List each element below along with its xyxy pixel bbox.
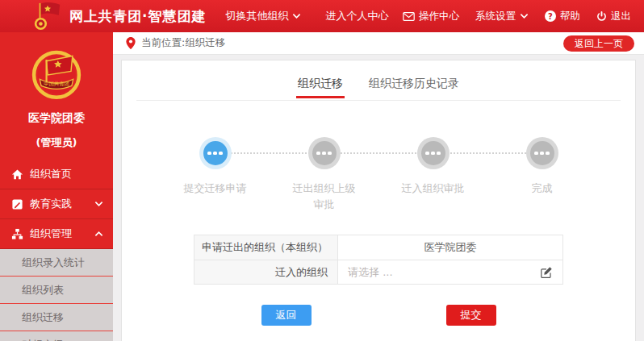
breadcrumb-bar: 当前位置:组织迁移 返回上一页 [113, 32, 644, 55]
target-org-placeholder: 请选择 ... [348, 265, 393, 280]
switch-org-menu[interactable]: 切换其他组织 [225, 9, 301, 23]
system-settings-menu[interactable]: 系统设置 [475, 10, 529, 23]
target-org-select[interactable]: 请选择 ... [338, 260, 562, 284]
location-pin-icon [126, 37, 136, 49]
sidebar-subitem-org-transfer[interactable]: 组织迁移 [0, 304, 113, 331]
source-org-label: 申请迁出的组织（本组织） [194, 235, 338, 260]
sidebar-item-org-manage[interactable]: 组织管理 [0, 219, 113, 249]
target-org-label: 迁入的组织 [194, 260, 338, 284]
logout-link[interactable]: 退出 [596, 10, 631, 23]
transfer-stepper: 提交迁移申请 迁出组织上级审批 迁入组织审批 [161, 141, 596, 212]
step-incoming-approval: 迁入组织审批 [378, 141, 487, 212]
submit-button[interactable]: 提交 [446, 305, 496, 326]
sidebar-subitem-org-entry-stats[interactable]: 组织录入统计 [0, 249, 113, 277]
sidebar-menu: 组织首页 教育实践 组织管理 组织录入统计 组织列 [0, 160, 113, 341]
help-link[interactable]: ? 帮助 [545, 10, 580, 23]
form-actions: 返回 提交 [194, 305, 563, 326]
back-to-previous-page-button[interactable]: 返回上一页 [563, 35, 634, 52]
transfer-form: 申请迁出的组织（本组织） 医学院团委 迁入的组织 请选择 ... [194, 235, 563, 285]
personal-center-link[interactable]: 进入个人中心 [325, 9, 388, 23]
step-circle-2 [312, 141, 337, 165]
help-icon: ? [545, 10, 556, 22]
step-outgoing-superior-approval: 迁出组织上级审批 [270, 141, 378, 212]
chevron-up-icon [94, 231, 103, 237]
tab-org-transfer[interactable]: 组织迁移 [296, 77, 345, 98]
step-circle-4 [530, 141, 554, 165]
league-emblem-icon: 中国共青团 [27, 45, 86, 103]
power-icon [596, 11, 607, 22]
org-role: (管理员) [0, 135, 113, 150]
top-header: 网上共青团·智慧团建 切换其他组织 进入个人中心 操作中心 系统设置 ? 帮助 [0, 0, 644, 32]
chevron-down-icon [292, 13, 301, 19]
form-row-target-org: 迁入的组织 请选择 ... [194, 260, 562, 284]
org-name: 医学院团委 [0, 111, 113, 126]
sidebar: 中国共青团 医学院团委 (管理员) 组织首页 教育实践 组 [0, 32, 113, 341]
sidebar-subitem-org-list[interactable]: 组织列表 [0, 277, 113, 304]
org-transfer-card: 组织迁移 组织迁移历史记录 提交迁移申请 迁出组织上级审批 [121, 60, 636, 341]
content-area: 组织迁移 组织迁移历史记录 提交迁移申请 迁出组织上级审批 [113, 55, 644, 341]
main-area: 当前位置:组织迁移 返回上一页 组织迁移 组织迁移历史记录 提交迁移申请 [113, 32, 644, 341]
sidebar-subitem-benchmark-rating[interactable]: 对标定级 [0, 331, 113, 341]
education-icon [11, 198, 23, 210]
league-logo-icon [32, 1, 63, 31]
return-button[interactable]: 返回 [261, 305, 312, 326]
form-row-source-org: 申请迁出的组织（本组织） 医学院团委 [194, 235, 562, 260]
tab-org-transfer-history[interactable]: 组织迁移历史记录 [367, 77, 461, 96]
org-manage-icon [11, 228, 23, 240]
step-circle-1 [203, 141, 228, 165]
sidebar-item-education-practice[interactable]: 教育实践 [0, 189, 113, 219]
current-location-text: 当前位置:组织迁移 [141, 36, 225, 50]
chevron-down-icon [94, 201, 103, 207]
edit-square-icon[interactable] [540, 266, 553, 279]
step-circle-3 [421, 141, 445, 165]
sidebar-item-org-home[interactable]: 组织首页 [0, 160, 113, 189]
app-title: 网上共青团·智慧团建 [69, 7, 206, 26]
org-manage-submenu: 组织录入统计 组织列表 组织迁移 对标定级 [0, 249, 113, 341]
tabs-bar: 组织迁移 组织迁移历史记录 [136, 60, 621, 101]
home-icon [11, 168, 23, 181]
mail-icon [403, 12, 415, 21]
source-org-value: 医学院团委 [338, 235, 562, 260]
breadcrumb: 当前位置:组织迁移 [126, 36, 225, 50]
operation-center-link[interactable]: 操作中心 [403, 10, 459, 23]
step-submit-application: 提交迁移申请 [161, 141, 270, 212]
svg-text:中国共青团: 中国共青团 [44, 81, 69, 87]
chevron-down-icon [520, 13, 529, 19]
step-complete: 完成 [487, 141, 596, 212]
